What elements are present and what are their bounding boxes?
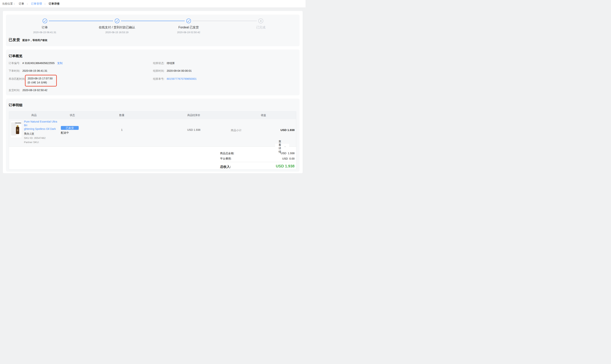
order-status-title: 已发货 [9,37,20,42]
view-detail-toggle[interactable]: 查看详情 [275,144,289,149]
status-badge: 已发货 [61,126,79,130]
step-number-circle: 4 [258,18,263,23]
step-label-shipped: Fordeal 已发货 [178,26,199,29]
order-detail-card: 4 订单 在线支付 / 货到付款已确认 Fordeal 已发货 已完成 2020… [3,11,303,173]
bottle-label-shape [17,129,18,131]
order-no-label: 订单编号: [9,62,20,65]
breadcrumb-item-orders[interactable]: 订单 [19,2,24,6]
step-number: 4 [260,19,262,22]
product-partner-sku: Partner SKU: [24,141,60,144]
settle-price-value: USD 1.938 [187,128,200,131]
product-spec: 美白;1支 [24,132,60,136]
created-time-label: 下单时间: [9,69,20,72]
subtotal-label: 商品小计 [231,129,242,132]
view-detail-label: 查看详情 [279,140,283,154]
chevron-down-icon [285,146,286,147]
progress-connector-done [121,21,185,21]
stock-match-time-value: 2020-08-15 17:07:50 [28,77,56,80]
product-sku: SKU ID: 35547482 [24,136,60,140]
settle-time-value: 2020-09-04 00:00:01 [167,69,192,72]
col-header-quantity: 数量 [119,111,125,119]
created-time-value: 2020-08-15 06:41:31 [22,69,47,72]
breadcrumb: 当前位置： 订单 › 订单管理 › 订单详情 [0,0,306,8]
overview-section: 订单概览 订单编号: # 31824913664605822555 复制 下单时… [6,50,300,95]
overview-title: 订单概览 [9,54,22,58]
chevron-right-icon: › [27,2,28,5]
thumbnail-label: 净肤淡斑精油 [15,122,21,124]
order-items-table: 商品 状态 数量 商品结算价 收益 净肤淡斑精油 Pure Natural Es… [9,111,296,169]
summary-divider [220,162,294,162]
status-sub-text: 配送中 [61,131,69,135]
col-header-product: 商品 [31,111,37,119]
thumbnail-text-lines [11,123,16,136]
details-title: 订单明细 [9,103,22,107]
breadcrumb-prefix: 当前位置： [2,2,15,6]
settle-status-value: 待结算 [167,62,175,65]
breadcrumb-item-order-management[interactable]: 订单管理 [31,2,42,6]
summary-fee-label: 平台费用: [220,157,232,160]
stock-match-duration: (0 小时 14 分钟) [28,80,56,85]
product-thumbnail[interactable]: 净肤淡斑精油 [10,121,22,138]
summary-income-label: 总收入: [220,165,231,169]
summary-fee-value: USD 0.00 [282,157,294,160]
order-status-subtitle: 配送中，等待用户签收 [22,39,47,42]
subtotal-value: USD 1.938 [280,128,294,131]
product-title-link[interactable]: Pure Natural Essential Ultra Bri ghtenin… [24,120,60,131]
chevron-right-icon: › [44,2,45,5]
ship-time-label: 发货时间: [9,89,20,92]
settle-time-label: 结算时间: [153,69,164,72]
bottle-cap-shape [17,125,18,127]
breadcrumb-item-order-detail: 订单详情 [49,2,59,6]
stock-match-label: 库存匹配时间 [9,77,25,80]
details-section: 订单明细 商品 状态 数量 商品结算价 收益 净肤淡斑精油 Pure Natur… [6,99,300,172]
table-header [9,111,296,119]
ship-time-value: 2020-08-19 02:50:42 [22,89,47,92]
col-header-status: 状态 [70,111,75,119]
col-header-settle-price: 商品结算价 [187,111,200,119]
summary-total-label: 商品总金额: [220,152,234,155]
progress-connector-done [49,21,113,21]
progress-section: 4 订单 在线支付 / 货到付款已确认 Fordeal 已发货 已完成 2020… [6,14,300,46]
check-circle-icon [42,18,47,23]
step-time: 2020-08-15 06:41:31 [33,31,56,34]
annotation-red-box: 2020-08-15 17:07:50 (0 小时 14 分钟) [25,75,57,87]
order-no-value: # 31824913664605822555 [22,62,54,65]
progress-connector-pending [192,21,257,21]
step-time: 2020-08-15 16:53:19 [105,31,129,34]
col-header-income: 收益 [261,111,266,119]
summary-income-value: USD 1.938 [276,164,294,168]
quantity-value: 1 [121,128,123,131]
step-label-payment-confirmed: 在线支付 / 货到付款已确认 [99,26,135,29]
step-label-completed: 已完成 [256,26,266,29]
step-time: 2020-08-19 02:50:42 [177,31,200,34]
step-label-order: 订单 [42,26,48,29]
settle-no-link[interactable]: 80159777670789650001 [167,77,197,80]
settle-status-label: 结算状态: [153,62,164,65]
copy-order-no-link[interactable]: 复制 [57,62,63,65]
check-circle-icon [115,18,120,23]
check-circle-icon [186,18,191,23]
settle-no-label: 结算单号: [153,77,164,80]
